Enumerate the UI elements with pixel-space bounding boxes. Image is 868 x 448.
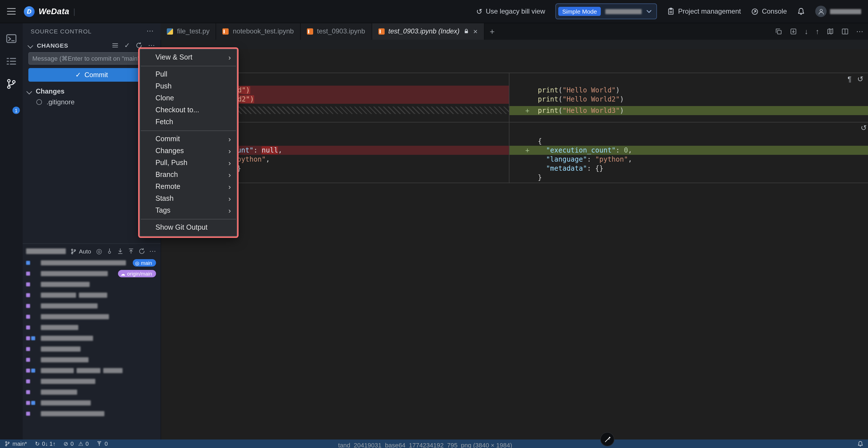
commit-row[interactable] [23,376,160,387]
graph-auto-toggle[interactable]: Auto [70,248,91,255]
tab-notebook-test-ipynb[interactable]: notebook_test.ipynb [216,23,301,40]
map-view-icon[interactable] [827,28,834,35]
source-control-icon[interactable] [6,78,17,90]
app-window: D WeData | ↺ Use legacy bill view Simple… [0,0,868,448]
branch-pill-origin-main[interactable]: ☁origin/main [118,270,156,277]
divider: | [73,7,75,16]
commit-row[interactable] [23,333,160,344]
git-context-menu: View & Sort›PullPushCloneCheckout to...F… [140,49,237,236]
app-logo-text: WeData [38,7,69,16]
commit-message-input[interactable] [28,52,155,65]
commit-button[interactable]: ✓ Commit [28,68,155,82]
copy-icon[interactable] [775,28,782,35]
cherry-pick-icon[interactable] [106,248,113,255]
commit-row[interactable] [23,344,160,354]
commit-check-icon[interactable]: ✓ [124,41,130,49]
menu-item-clone[interactable]: Clone [140,92,237,104]
commit-row[interactable] [23,408,160,419]
status-branch[interactable]: main* [4,441,27,447]
editor-more-icon[interactable]: ⋯ [856,27,864,35]
branch-pill-main[interactable]: ◎main [133,259,156,266]
menu-item-stash[interactable]: Stash› [140,193,237,205]
download-icon[interactable]: ↓ [804,27,808,35]
menu-item-checkout-to[interactable]: Checkout to... [140,104,237,116]
split-editor-icon[interactable] [841,28,849,35]
commit-row[interactable] [23,354,160,365]
discard-changes-icon[interactable]: ↺ [857,75,864,83]
commit-row[interactable]: ☁origin/main [23,268,160,279]
push-icon[interactable] [128,248,134,255]
changes-more-icon[interactable]: ⋯ [148,41,155,49]
pull-icon[interactable] [117,248,124,255]
breadcrumb-strip [160,40,868,49]
commit-graph-node [26,271,37,276]
redacted-commit-text [79,293,107,298]
commit-row[interactable] [23,365,160,376]
menu-item-label: View & Sort [155,53,192,61]
refresh-graph-icon[interactable] [138,248,145,255]
redacted-project-name [605,9,642,14]
view-as-list-icon[interactable] [112,42,119,49]
commit-graph-node [26,369,37,373]
graph-more-icon[interactable]: ⋯ [149,247,156,255]
upload-icon[interactable]: ↑ [815,27,819,35]
commit-row[interactable] [23,300,160,311]
menu-item-view-sort[interactable]: View & Sort› [140,52,237,64]
terminal-icon[interactable] [6,33,17,44]
task-list-icon[interactable] [6,56,17,67]
commit-row[interactable] [23,311,160,322]
git-graph-panel: Auto ◎ ⋯ ◎main☁origin/main [23,243,160,440]
notebook-file-icon [378,28,384,34]
commit-row[interactable] [23,387,160,397]
tab-test-0903-ipynb-index[interactable]: test_0903.ipynb (Index)× [372,23,484,40]
menu-item-commit[interactable]: Commit› [140,133,237,145]
redacted-username [830,9,861,14]
mode-select-dropdown[interactable]: Simple Mode [555,3,657,19]
refresh-icon[interactable] [135,42,143,49]
status-bell-icon[interactable] [857,440,864,448]
status-sync[interactable]: ↻ 0↓ 1↑ [35,441,56,447]
status-problems[interactable]: ⊘ 0 ⚠ 0 [64,441,89,447]
redacted-commit-text [41,411,104,416]
legacy-bill-view-link[interactable]: ↺ Use legacy bill view [476,7,545,15]
sidebar-more-icon[interactable]: ⋯ [146,27,154,35]
notification-bell-icon[interactable] [797,7,805,15]
tab-file-test-py[interactable]: file_test.py [160,23,216,40]
pilcrow-icon[interactable]: ¶ [847,75,851,83]
commit-row[interactable] [23,397,160,408]
tab-test-0903-ipynb[interactable]: test_0903.ipynb [301,23,372,40]
discard-changes-icon[interactable]: ↺ [861,124,867,132]
commit-row[interactable] [23,322,160,333]
commit-row[interactable] [23,279,160,290]
commit-graph-node [26,347,37,351]
export-icon[interactable] [790,28,797,35]
target-commit-icon[interactable]: ◎ [96,247,102,255]
commit-row[interactable]: ◎main [23,257,160,268]
menu-item-pull-push[interactable]: Pull, Push› [140,157,237,169]
user-account[interactable] [815,6,861,17]
close-tab-icon[interactable]: × [473,28,477,35]
menu-item-fetch[interactable]: Fetch [140,116,237,128]
commit-row[interactable] [23,290,160,300]
menu-item-pull[interactable]: Pull [140,69,237,81]
new-tab-button[interactable]: + [484,23,500,40]
diff-row: "metadata": {} "metadata": {} [160,164,868,173]
diff-row: {{ [160,137,868,146]
menu-item-tags[interactable]: Tags› [140,205,237,217]
console-link[interactable]: Console [751,7,787,15]
menu-item-branch[interactable]: Branch› [140,169,237,181]
submenu-arrow-icon: › [228,205,231,217]
menu-item-remote[interactable]: Remote› [140,181,237,193]
branch-pill-label: origin/main [127,271,152,277]
image-edit-floating-button[interactable] [600,432,614,446]
tab-label: test_0903.ipynb [317,27,365,35]
tab-label: file_test.py [177,27,210,35]
hamburger-menu-icon[interactable] [7,7,16,15]
menu-item-show-git-output[interactable]: Show Git Output [140,222,237,234]
branch-target-icon: ◎ [135,260,139,266]
menu-item-push[interactable]: Push [140,81,237,92]
status-ports[interactable]: 0 [97,441,108,447]
menu-item-changes[interactable]: Changes› [140,145,237,157]
project-management-link[interactable]: Project management [667,7,741,15]
commit-graph-node [26,412,37,416]
